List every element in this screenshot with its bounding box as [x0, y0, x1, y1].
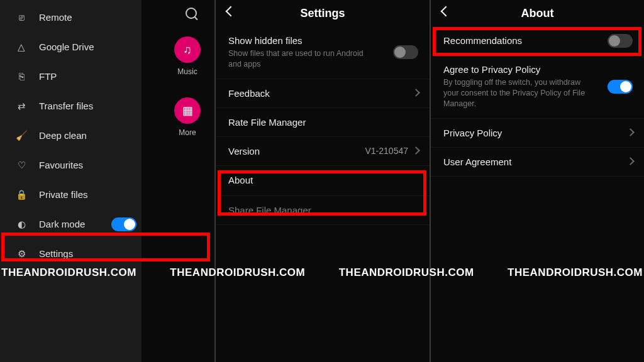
drawer-label: Remote [39, 12, 72, 23]
drawer-deep-clean[interactable]: 🧹Deep clean [0, 121, 142, 150]
category-label: More [179, 128, 196, 137]
drawer-label: Transfer files [39, 101, 93, 111]
row-title: Agree to Privacy Policy [443, 64, 631, 75]
category-label: Music [177, 67, 197, 76]
drawer-transfer[interactable]: ⇄Transfer files [0, 91, 142, 121]
drive-icon: △ [15, 41, 28, 53]
category-music[interactable]: ♫ Music [174, 36, 201, 76]
heart-icon: ♡ [15, 160, 28, 171]
row-share-file-manager[interactable]: Share File Manager [216, 196, 430, 225]
transfer-icon: ⇄ [15, 101, 28, 112]
row-title: User Agreement [443, 156, 631, 167]
drawer-remote[interactable]: ⎚Remote [0, 3, 142, 32]
row-rate-file-manager[interactable]: Rate File Manager [216, 108, 430, 137]
drawer-dark-mode[interactable]: ◐ Dark mode [0, 209, 142, 239]
row-subtitle: Show files that are used to run Android … [228, 48, 373, 70]
watermark-text: THEANDROIDRUSH.COM [339, 266, 474, 287]
watermark-text: THEANDROIDRUSH.COM [170, 266, 305, 287]
recommendations-toggle[interactable] [608, 34, 633, 48]
version-value: V1-210547 [365, 146, 408, 156]
panel-drawer-screen: ⎚Remote △Google Drive ⎘FTP ⇄Transfer fil… [0, 0, 214, 362]
row-privacy-policy[interactable]: Privacy Policy [431, 119, 644, 148]
row-title: Rate File Manager [228, 117, 417, 128]
navigation-drawer: ⎚Remote △Google Drive ⎘FTP ⇄Transfer fil… [0, 0, 142, 362]
row-about[interactable]: About [216, 166, 430, 196]
watermark-text: THEANDROIDRUSH.COM [508, 266, 643, 287]
drawer-label: Settings [39, 248, 73, 259]
drawer-label: Deep clean [39, 130, 87, 141]
dark-mode-toggle[interactable] [111, 217, 136, 231]
chevron-right-icon [628, 129, 634, 136]
panel-settings-screen: Settings Show hidden files Show files th… [214, 0, 430, 362]
row-title: Feedback [228, 88, 417, 99]
drawer-settings[interactable]: ⚙Settings [0, 239, 142, 268]
watermark-strip: THEANDROIDRUSH.COM THEANDROIDRUSH.COM TH… [0, 266, 644, 287]
chevron-right-icon [413, 90, 419, 96]
row-feedback[interactable]: Feedback [216, 79, 430, 108]
watermark-text: THEANDROIDRUSH.COM [1, 266, 136, 287]
music-icon: ♫ [174, 36, 201, 63]
back-icon[interactable] [223, 5, 237, 19]
drawer-label: FTP [39, 71, 57, 82]
row-agree-privacy[interactable]: Agree to Privacy Policy By toggling off … [431, 55, 644, 119]
row-title: Recommendations [443, 35, 631, 46]
header: About [431, 0, 644, 26]
privacy-agree-toggle[interactable] [608, 80, 633, 94]
row-show-hidden-files[interactable]: Show hidden files Show files that are us… [216, 26, 430, 79]
row-recommendations[interactable]: Recommendations [431, 26, 644, 55]
chevron-right-icon [413, 148, 419, 154]
chevron-right-icon [628, 158, 634, 165]
drawer-label: Dark mode [39, 219, 85, 229]
back-icon[interactable] [438, 5, 452, 19]
panel-about-screen: About Recommendations Agree to Privacy P… [430, 0, 644, 362]
drawer-ftp[interactable]: ⎘FTP [0, 62, 142, 91]
category-more[interactable]: ▦ More [174, 97, 201, 137]
lock-icon: 🔒 [15, 189, 28, 200]
row-title: Share File Manager [228, 205, 417, 216]
row-title: Privacy Policy [443, 128, 631, 138]
row-user-agreement[interactable]: User Agreement [431, 148, 644, 177]
ftp-icon: ⎘ [15, 71, 28, 82]
page-title: About [521, 7, 554, 20]
row-title: Show hidden files [228, 35, 417, 46]
drawer-label: Google Drive [39, 41, 94, 52]
page-title: Settings [300, 7, 345, 20]
gear-icon: ⚙ [15, 248, 28, 260]
drawer-favourites[interactable]: ♡Favourites [0, 150, 142, 180]
drawer-google-drive[interactable]: △Google Drive [0, 32, 142, 62]
drawer-label: Private files [39, 189, 88, 200]
dark-mode-icon: ◐ [15, 219, 28, 230]
row-title: About [228, 175, 417, 185]
show-hidden-toggle[interactable] [393, 45, 418, 59]
triptych-root: ⎚Remote △Google Drive ⎘FTP ⇄Transfer fil… [0, 0, 644, 362]
remote-icon: ⎚ [15, 12, 28, 23]
panel1-content-behind-drawer: ♫ Music ▦ More [142, 0, 214, 362]
broom-icon: 🧹 [15, 130, 28, 141]
header: Settings [216, 0, 430, 26]
grid-icon: ▦ [174, 97, 201, 124]
row-subtitle: By toggling off the switch, you withdraw… [443, 77, 588, 109]
drawer-label: Favourites [39, 160, 83, 170]
row-version[interactable]: Version V1-210547 [216, 137, 430, 166]
category-column: ♫ Music ▦ More [174, 36, 201, 137]
drawer-private[interactable]: 🔒Private files [0, 180, 142, 209]
search-icon[interactable] [186, 8, 199, 21]
